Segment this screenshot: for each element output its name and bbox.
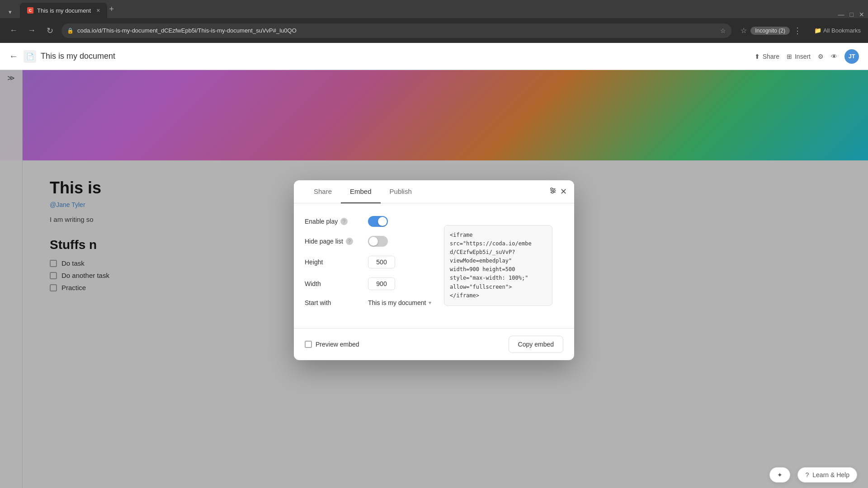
copy-embed-btn[interactable]: Copy embed [509, 336, 563, 353]
hide-page-list-toggle-switch[interactable] [368, 236, 388, 247]
tab-title: This is my document [37, 7, 91, 14]
toggle-slider-off[interactable] [368, 236, 388, 247]
modal-footer: Preview embed Copy embed [294, 328, 574, 360]
page-content: ≫ This is @Jane Tyler I am writing so St… [0, 70, 868, 488]
minimize-btn[interactable]: — [838, 11, 844, 18]
tab-share[interactable]: Share [305, 180, 341, 203]
toggle-knob [378, 217, 387, 226]
share-icon: ⬆ [755, 53, 760, 60]
help-icon: ? [805, 471, 809, 479]
insert-btn[interactable]: ⊞ Insert [787, 53, 811, 60]
width-input[interactable] [368, 277, 395, 290]
enable-play-help-icon[interactable]: ? [340, 218, 348, 225]
browser-chrome: ▾ C This is my document × + — □ ✕ ← → ↻ … [0, 0, 868, 43]
url-text: coda.io/d/This-is-my-document_dCEzfwEpb5… [77, 27, 717, 34]
browser-tab-active[interactable]: C This is my document × [20, 3, 107, 18]
lock-icon: 🔒 [67, 28, 74, 34]
modal-body: Enable play ? [294, 203, 574, 328]
embed-code-text: <iframe src="https://coda.io/embe d/CEzf… [450, 231, 547, 300]
bottom-bar: ✦ ? Learn & Help [759, 462, 868, 488]
app-doc-title: This is my document [41, 52, 755, 61]
modal-body-inner: Enable play ? [305, 216, 563, 315]
toggle-slider-on[interactable] [368, 216, 388, 227]
preview-embed-label[interactable]: Preview embed [305, 341, 359, 348]
maximize-btn[interactable]: □ [850, 11, 854, 18]
tab-list-btn[interactable]: ▾ [4, 5, 16, 18]
forward-btn[interactable]: → [25, 24, 38, 37]
tab-favicon: C [27, 7, 33, 14]
ai-icon: ✦ [777, 471, 783, 479]
settings-icon: ⚙ [818, 53, 824, 60]
browser-actions: ☆ Incognito (2) ⋮ [741, 26, 802, 36]
app-back-btn[interactable]: ← [9, 51, 18, 61]
header-actions: ⬆ Share ⊞ Insert ⚙ 👁 JT [755, 49, 859, 64]
start-with-arrow: ▾ [429, 300, 431, 306]
bookmarks-bar: 📁 All Bookmarks [807, 27, 861, 34]
share-embed-modal: Share Embed Publish [294, 180, 574, 360]
learn-help-btn[interactable]: ? Learn & Help [797, 467, 857, 483]
svg-point-5 [552, 191, 553, 193]
modal-close-btn[interactable]: ✕ [560, 187, 567, 197]
start-with-value: This is my document [368, 299, 426, 306]
back-btn[interactable]: ← [7, 24, 20, 37]
insert-icon: ⊞ [787, 53, 792, 60]
doc-icon: 📄 [24, 50, 36, 63]
height-input[interactable] [368, 256, 395, 268]
incognito-btn[interactable]: Incognito (2) [750, 27, 790, 35]
address-bar: ← → ↻ 🔒 coda.io/d/This-is-my-document_dC… [0, 18, 868, 43]
profile-btn[interactable]: ☆ [741, 26, 747, 35]
help-label: Learn & Help [812, 471, 849, 479]
user-avatar[interactable]: JT [844, 49, 859, 64]
url-bar[interactable]: 🔒 coda.io/d/This-is-my-document_dCEzfwEp… [61, 23, 731, 38]
modal-sliders-btn[interactable] [549, 187, 557, 196]
view-icon: 👁 [831, 53, 837, 60]
width-label: Width [305, 280, 368, 287]
tab-embed[interactable]: Embed [341, 180, 381, 203]
height-label: Height [305, 258, 368, 266]
hide-page-list-help-icon[interactable]: ? [346, 238, 353, 245]
browser-menu-btn[interactable]: ⋮ [793, 26, 802, 36]
hide-page-list-label: Hide page list ? [305, 238, 368, 245]
tab-publish[interactable]: Publish [381, 180, 421, 203]
preview-embed-text: Preview embed [316, 341, 359, 348]
start-with-select[interactable]: This is my document ▾ [368, 299, 431, 306]
svg-point-3 [551, 188, 552, 189]
toggle-knob-off [369, 237, 378, 246]
ai-assistant-btn[interactable]: ✦ [769, 467, 790, 483]
tab-bar: ▾ C This is my document × + — □ ✕ [0, 0, 868, 18]
enable-play-toggle-switch[interactable] [368, 216, 388, 227]
embed-code-box: <iframe src="https://coda.io/embe d/CEzf… [444, 225, 552, 306]
modal-header-actions: ✕ [549, 187, 567, 197]
view-mode-btn[interactable]: 👁 [831, 53, 837, 60]
new-tab-btn[interactable]: + [109, 5, 114, 14]
preview-embed-checkbox[interactable] [305, 341, 312, 348]
svg-point-4 [553, 189, 555, 191]
tab-close-btn[interactable]: × [96, 7, 100, 14]
settings-btn[interactable]: ⚙ [818, 53, 824, 60]
modal-tab-bar: Share Embed Publish [294, 180, 574, 203]
share-btn[interactable]: ⬆ Share [755, 53, 779, 60]
app-header: ← 📄 This is my document ⬆ Share ⊞ Insert… [0, 43, 868, 70]
reload-btn[interactable]: ↻ [43, 24, 56, 37]
start-with-label: Start with [305, 299, 368, 306]
star-icon[interactable]: ☆ [720, 27, 726, 34]
close-window-btn[interactable]: ✕ [859, 11, 864, 18]
enable-play-label: Enable play ? [305, 218, 368, 225]
